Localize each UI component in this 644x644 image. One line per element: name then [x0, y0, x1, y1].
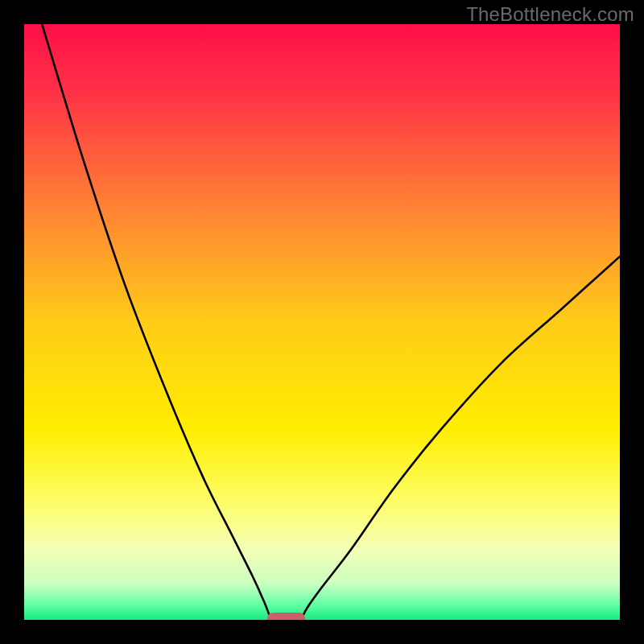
bottleneck-marker: [267, 613, 305, 620]
left-branch-curve: [42, 24, 271, 620]
chart-frame: [0, 0, 644, 644]
watermark: TheBottleneck.com: [466, 3, 634, 26]
right-branch-curve: [301, 257, 620, 620]
curve-layer: [24, 24, 620, 620]
plot-area: [24, 24, 620, 620]
